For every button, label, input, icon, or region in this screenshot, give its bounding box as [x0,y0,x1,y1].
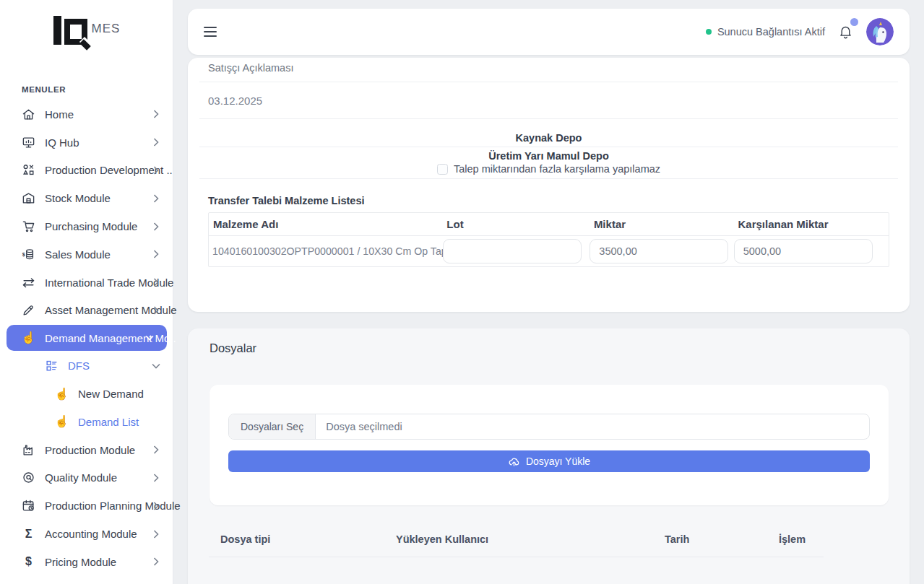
sidebar-item-sales-module[interactable]: $ Sales Module [0,240,173,269]
files-column-dosya-tipi: Dosya tipi [220,533,270,545]
topbar: Sunucu Bağlantısı Aktif [188,9,910,55]
tap-hand-icon: ☝ [55,387,69,401]
dollar-icon: $ [22,555,35,569]
column-header-lot: Lot [442,218,590,230]
sidebar-item-purchasing-module[interactable]: Purchasing Module [0,212,173,240]
home-icon [22,108,35,121]
files-column-tarih: Tarih [665,533,689,545]
files-column-yukleyen: Yükleyen Kullanıcı [396,533,488,545]
choose-files-button[interactable]: Dosyaları Seç [229,414,316,439]
sidebar-item-label: Production Planning Module [45,500,181,512]
sidebar-item-asset-management-module[interactable]: Asset Management Module [0,297,173,325]
upload-file-button[interactable]: Dosyayı Yükle [228,450,870,472]
chevron-right-icon [153,557,159,566]
upload-card: Dosyaları Seç Dosya seçilmedi Dosyayı Yü… [210,385,889,505]
checkbox-label: Talep miktarından fazla karşılama yapıla… [454,163,660,175]
sidebar-item-label: Pricing Module [45,556,116,568]
materials-table: Malzeme Adı Lot Miktar Karşılanan Miktar… [208,212,889,267]
sidebar-item-label: New Demand [78,388,144,400]
chevron-right-icon [153,110,159,118]
sidebar-item-production-module[interactable]: Production Module [0,436,173,464]
monitor-icon [22,136,35,149]
checklist-icon [45,359,59,372]
status-dot-icon [706,29,712,35]
notifications-button[interactable] [838,24,853,40]
materials-table-header: Malzeme Adı Lot Miktar Karşılanan Miktar [209,213,889,236]
sidebar-item-iq-hub[interactable]: IQ Hub [0,128,173,157]
sidebar-item-label: Purchasing Module [45,220,137,232]
chevron-down-icon [152,363,160,369]
sidebar-item-label: Production Module [45,444,135,456]
swap-arrows-icon [22,276,35,289]
files-section: Dosyalar Dosyaları Seç Dosya seçilmedi D… [188,328,910,584]
sidebar-item-pricing-module[interactable]: $ Pricing Module [0,548,173,576]
sigma-icon: Σ [22,527,35,541]
user-avatar[interactable] [866,18,894,45]
sidebar-item-home[interactable]: Home [0,100,173,128]
karsilanan-miktar-input[interactable] [734,239,873,263]
table-row: 1040160100302OPTP0000001 / 10X30 Cm Op T… [209,236,889,266]
no-file-selected-text: Dosya seçilmedi [316,421,402,432]
chevron-right-icon [153,222,159,231]
files-title: Dosyalar [210,341,256,355]
sidebar-item-label: Stock Module [45,192,111,204]
over-fulfillment-checkbox-row: Talep miktarından fazla karşılama yapıla… [188,163,910,175]
tap-hand-icon: ☝ [22,331,35,345]
sidebar: MES MENULER Home IQ Hub Production Devel… [0,0,173,584]
iq-logo-icon [53,16,87,45]
chevron-right-icon [153,530,159,539]
sidebar-item-new-demand[interactable]: ☝ New Demand [0,380,173,408]
seller-note-label: Satışçı Açıklaması [208,62,293,74]
notification-badge [850,18,858,26]
transfer-request-form: Satışçı Açıklaması 03.12.2025 Kaynak Dep… [188,58,910,312]
warehouse-icon [22,191,35,205]
app-logo: MES [0,16,173,45]
bell-icon [838,24,853,40]
pencil-icon [22,303,35,317]
svg-text:$: $ [22,252,25,258]
chevron-right-icon [153,445,159,454]
chevron-right-icon [153,306,159,315]
miktar-input[interactable] [590,239,728,263]
sidebar-item-production-planning-module[interactable]: Production Planning Module [0,492,173,520]
calendar-clock-icon [22,499,35,513]
chevron-right-icon [153,138,159,147]
shapes-icon [22,163,35,177]
column-header-karsilanan: Karşılanan Miktar [733,218,889,230]
files-column-islem: İşlem [779,533,806,545]
column-header-miktar: Miktar [590,218,734,230]
lot-input[interactable] [443,239,582,263]
sidebar-item-stock-module[interactable]: Stock Module [0,184,173,212]
sidebar-item-quality-module[interactable]: Quality Module [0,464,173,492]
file-picker[interactable]: Dosyaları Seç Dosya seçilmedi [228,414,870,440]
hamburger-menu-icon[interactable] [204,27,217,37]
unicorn-avatar-icon [866,18,894,45]
sidebar-item-label: IQ Hub [45,136,79,149]
upload-button-label: Dosyayı Yükle [526,456,590,467]
server-status-label: Sunucu Bağlantısı Aktif [717,26,825,38]
sidebar-item-accounting-module[interactable]: Σ Accounting Module [0,520,173,548]
chevron-right-icon [153,250,159,258]
tap-hand-icon: ☝ [55,415,69,429]
sidebar-item-demand-list[interactable]: ☝ Demand List [0,408,173,436]
quality-q-icon [22,471,35,484]
chevron-right-icon [153,474,159,482]
column-header-malzeme: Malzeme Adı [209,218,442,230]
chevron-right-icon [153,278,159,287]
factory-icon [22,443,35,457]
divider [199,178,898,179]
sidebar-item-label: Accounting Module [45,528,137,540]
divider [209,557,824,557]
divider [199,118,898,119]
sidebar-item-international-trade-module[interactable]: International Trade Module [0,269,173,297]
sidebar-item-label: Demand List [78,416,139,428]
materials-list-title: Transfer Talebi Malzeme Listesi [208,195,365,206]
over-fulfillment-checkbox[interactable] [437,164,448,175]
divider [199,147,898,147]
sidebar-item-production-development[interactable]: Production Development .. [0,157,173,185]
sidebar-item-dfs[interactable]: DFS [0,352,173,380]
cart-icon [22,219,35,233]
sidebar-item-demand-management-module[interactable]: ☝ Demand Management Mo.. [7,325,167,351]
chevron-down-icon [145,335,154,341]
source-depot-header: Kaynak Depo [188,132,910,144]
